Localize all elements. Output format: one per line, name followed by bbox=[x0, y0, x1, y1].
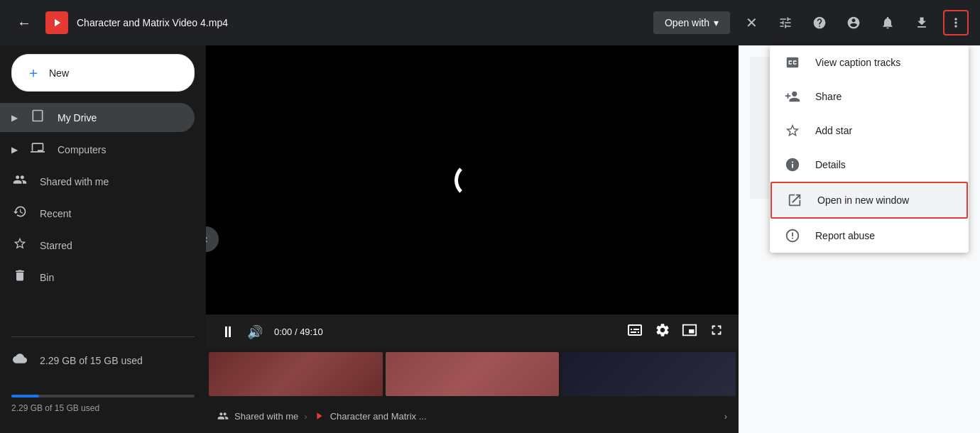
info-icon bbox=[784, 156, 801, 173]
thumbnail-1[interactable] bbox=[209, 352, 383, 396]
sidebar-item-computers[interactable]: ▶ Computers bbox=[0, 135, 195, 164]
sidebar-label-storage: 2.29 GB of 15 GB used bbox=[40, 355, 143, 366]
menu-label-add-star: Add star bbox=[815, 125, 852, 136]
volume-button[interactable]: 🔊 bbox=[247, 326, 263, 339]
expand-icon: ▶ bbox=[11, 113, 18, 123]
sidebar-label-recent: Recent bbox=[40, 208, 71, 219]
dropdown-menu: View caption tracks Share Add star Detai… bbox=[770, 45, 969, 253]
recent-icon bbox=[11, 204, 28, 222]
menu-label-view-caption: View caption tracks bbox=[815, 57, 900, 68]
star-icon bbox=[784, 122, 801, 139]
breadcrumb-shared[interactable]: Shared with me bbox=[234, 411, 298, 422]
chevron-down-icon: ▾ bbox=[714, 17, 719, 28]
shared-icon bbox=[11, 172, 28, 190]
close-button[interactable]: ✕ bbox=[739, 10, 764, 35]
thumbnail-3[interactable] bbox=[562, 352, 736, 396]
storage-bar-fill bbox=[11, 395, 39, 398]
sidebar-item-storage[interactable]: 2.29 GB of 15 GB used bbox=[0, 346, 195, 375]
open-new-window-icon bbox=[786, 192, 803, 209]
share-icon bbox=[784, 88, 801, 105]
topbar: ← Character and Matrix Video 4.mp4 Open … bbox=[0, 0, 980, 45]
sidebar-label-computers: Computers bbox=[58, 144, 106, 155]
help-icon[interactable] bbox=[807, 10, 832, 35]
menu-item-details[interactable]: Details bbox=[770, 148, 969, 182]
sidebar: ＋ New ▶ My Drive ▶ Computers Shared with… bbox=[0, 45, 206, 433]
storage-label: 2.29 GB of 15 GB used bbox=[11, 403, 99, 413]
computers-icon bbox=[29, 141, 46, 158]
app-logo bbox=[45, 11, 68, 34]
starred-icon bbox=[11, 236, 28, 254]
sidebar-item-my-drive[interactable]: ▶ My Drive bbox=[0, 103, 195, 132]
cc-icon bbox=[784, 54, 801, 71]
report-icon bbox=[784, 227, 801, 244]
open-with-button[interactable]: Open with ▾ bbox=[653, 11, 730, 34]
subtitles-button[interactable] bbox=[626, 322, 643, 342]
loading-spinner bbox=[454, 163, 490, 198]
storage-info: 2.29 GB of 15 GB used bbox=[0, 378, 206, 424]
video-controls: ⏸ 🔊 0:00 / 49:10 bbox=[206, 314, 739, 349]
sidebar-label-bin: Bin bbox=[40, 272, 54, 283]
breadcrumb: Shared with me › Character and Matrix ..… bbox=[206, 399, 739, 433]
storage-icon bbox=[11, 351, 28, 369]
expand-icon: ▶ bbox=[11, 145, 18, 155]
storage-bar bbox=[11, 395, 195, 398]
pause-button[interactable]: ⏸ bbox=[220, 324, 236, 340]
notification-icon[interactable] bbox=[875, 10, 900, 35]
new-label: New bbox=[49, 67, 69, 79]
account-icon[interactable] bbox=[841, 10, 866, 35]
sidebar-item-starred[interactable]: Starred bbox=[0, 231, 195, 260]
sidebar-item-bin[interactable]: Bin bbox=[0, 263, 195, 292]
breadcrumb-folder[interactable]: Character and Matrix ... bbox=[330, 411, 427, 422]
new-button[interactable]: ＋ New bbox=[11, 54, 195, 92]
back-button[interactable]: ← bbox=[11, 10, 37, 35]
sidebar-label-my-drive: My Drive bbox=[58, 112, 97, 124]
sidebar-label-shared: Shared with me bbox=[40, 176, 109, 187]
menu-label-open-new-window: Open in new window bbox=[817, 194, 909, 206]
menu-label-report-abuse: Report abuse bbox=[815, 230, 875, 241]
download-icon[interactable] bbox=[909, 10, 935, 35]
video-area: ‹ ⏸ 🔊 0:00 / 49:10 bbox=[206, 45, 739, 433]
menu-label-share: Share bbox=[815, 91, 842, 102]
menu-item-open-new-window[interactable]: Open in new window bbox=[771, 182, 968, 219]
settings-equalizer-icon[interactable] bbox=[773, 10, 798, 35]
thumbnail-2[interactable] bbox=[386, 352, 560, 396]
menu-item-add-star[interactable]: Add star bbox=[770, 114, 969, 148]
fullscreen-button[interactable] bbox=[709, 322, 724, 341]
menu-item-report-abuse[interactable]: Report abuse bbox=[770, 219, 969, 253]
more-options-button[interactable] bbox=[943, 10, 969, 35]
settings-button[interactable] bbox=[655, 322, 670, 341]
menu-label-details: Details bbox=[815, 159, 846, 170]
sidebar-label-starred: Starred bbox=[40, 240, 72, 251]
miniplayer-button[interactable] bbox=[682, 322, 697, 341]
breadcrumb-separator: › bbox=[304, 411, 307, 422]
menu-item-view-caption[interactable]: View caption tracks bbox=[770, 45, 969, 80]
menu-item-share[interactable]: Share bbox=[770, 80, 969, 114]
video-player[interactable] bbox=[206, 45, 739, 314]
scroll-right[interactable]: › bbox=[724, 411, 727, 422]
my-drive-icon bbox=[29, 109, 46, 126]
video-thumbnails bbox=[206, 349, 739, 399]
sidebar-item-recent[interactable]: Recent bbox=[0, 199, 195, 228]
bin-icon bbox=[11, 268, 28, 286]
sidebar-item-shared[interactable]: Shared with me bbox=[0, 167, 195, 196]
time-display: 0:00 / 49:10 bbox=[274, 327, 323, 337]
file-title: Character and Matrix Video 4.mp4 bbox=[77, 17, 645, 28]
